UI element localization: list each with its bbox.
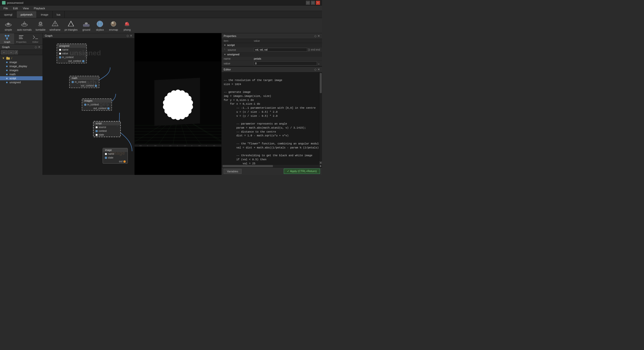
graph-panel-close-btn[interactable]: ✕ xyxy=(38,45,41,49)
editor-close-btn[interactable]: ✕ xyxy=(317,68,320,71)
graph-canvas-close-btn[interactable]: ✕ xyxy=(130,34,132,37)
tree-item-image[interactable]: ■ image xyxy=(0,60,43,64)
tab-lua[interactable]: lua xyxy=(53,11,65,18)
sidebar-tab-editor[interactable]: Editor xyxy=(28,33,43,44)
editor-h-scroll-right[interactable]: ▶ xyxy=(320,165,321,167)
tree-item-image-display[interactable]: ■ image_display xyxy=(0,64,43,68)
properties-close-btn[interactable]: ✕ xyxy=(317,34,320,38)
tool-turntable[interactable]: turntable xyxy=(34,19,47,32)
port-state-script[interactable] xyxy=(96,134,98,136)
properties-float-btn[interactable]: ◇ xyxy=(314,34,316,38)
node-math-outcontext-row: out_context xyxy=(70,84,99,88)
sidebar-tab-graph[interactable]: Graph xyxy=(0,33,14,44)
prop-source-indent: └ xyxy=(224,48,228,51)
nav-back-button[interactable]: ← xyxy=(1,50,7,54)
variables-button[interactable]: Variables xyxy=(224,169,242,174)
port-value[interactable] xyxy=(59,53,61,55)
tool-wireframe[interactable]: wireframe xyxy=(48,19,62,32)
graph-panel-float-btn[interactable]: ◇ xyxy=(35,45,37,49)
close-button[interactable]: ✕ xyxy=(316,1,320,5)
svg-point-21 xyxy=(111,21,116,26)
pn-triangles-icon xyxy=(67,20,75,28)
tool-pn-triangles-label: pn triangles xyxy=(65,28,78,31)
menu-playback[interactable]: Playback xyxy=(31,6,48,10)
node-unsigned[interactable]: unsigned name value in_context xyxy=(57,44,87,63)
graph-canvas[interactable]: Graph ◇ ✕ xyxy=(43,33,135,175)
port-state-image[interactable] xyxy=(105,157,107,159)
editor-h-scrollbar-thumb[interactable] xyxy=(223,165,273,167)
node-math[interactable]: math in_context out_context math xyxy=(69,76,99,88)
port-out-context-unsigned[interactable] xyxy=(82,60,84,62)
tree-item-math[interactable]: ■ math xyxy=(0,72,43,76)
viewport-ruler: -0.5 0 0.5 1 1.5 2 2.5 3 3.5 4 4.5 xyxy=(135,144,221,147)
port-out-image[interactable] xyxy=(124,161,126,163)
sidebar-tab-graph-label: Graph xyxy=(4,41,10,43)
phong-icon xyxy=(123,20,131,28)
node-image[interactable]: image name state out image xyxy=(103,148,128,164)
editor-scrollbar-thumb[interactable] xyxy=(320,73,322,93)
nav-forward-button[interactable]: → xyxy=(8,50,14,54)
sidebar-tab-properties[interactable]: Properties xyxy=(14,33,28,44)
tree-root[interactable]: ▼ / xyxy=(0,56,43,60)
svg-text:-0.5: -0.5 xyxy=(139,145,141,146)
node-images[interactable]: images in_context out_context images xyxy=(82,98,112,111)
tool-phong[interactable]: phong xyxy=(121,19,133,32)
tree-file-icon-images: ■ xyxy=(6,69,8,72)
port-in-context-math[interactable] xyxy=(72,81,74,83)
tab-polymesh[interactable]: polymesh xyxy=(17,11,37,18)
graph-canvas-float-btn[interactable]: ◇ xyxy=(127,34,129,37)
properties-header: Properties ◇ ✕ xyxy=(222,33,322,39)
node-images-incontext-row: in_context xyxy=(82,103,111,106)
tree-file-icon-image: ■ xyxy=(6,61,8,64)
prop-value-input[interactable] xyxy=(254,61,317,65)
port-out-context-math[interactable] xyxy=(95,85,97,87)
prop-source-row: └ source }) end end xyxy=(222,47,322,52)
svg-text:4.5: 4.5 xyxy=(213,145,215,146)
tool-pn-triangles[interactable]: pn triangles xyxy=(63,19,79,32)
svg-marker-12 xyxy=(68,21,74,26)
prop-value-spinner[interactable]: ⌄ xyxy=(317,62,320,65)
menu-view[interactable]: View xyxy=(20,6,31,10)
port-in-context[interactable] xyxy=(59,56,61,58)
graph-canvas-area[interactable]: unsigned name value in_context xyxy=(43,38,134,175)
prop-unsigned-expand[interactable]: ▼ xyxy=(224,53,226,56)
viewport[interactable]: -0.5 0 0.5 1 1.5 2 2.5 3 3.5 4 4.5 xyxy=(135,33,221,175)
tool-ground[interactable]: ground xyxy=(80,19,93,32)
tree-item-script[interactable]: ■ script xyxy=(0,76,43,80)
tab-image[interactable]: image xyxy=(37,11,53,18)
editor-h-scrollbar[interactable]: ▶ xyxy=(222,164,322,167)
tab-opengl[interactable]: opengl xyxy=(0,11,17,18)
port-name[interactable] xyxy=(59,49,61,51)
apply-button[interactable]: ✓ Apply (CTRL+Return) xyxy=(284,169,320,174)
port-source[interactable] xyxy=(96,126,98,128)
maximize-button[interactable]: □ xyxy=(311,1,315,5)
col-value: value xyxy=(254,40,320,42)
port-name-image[interactable] xyxy=(105,153,107,155)
port-context-script[interactable] xyxy=(96,130,98,132)
menu-edit[interactable]: Edit xyxy=(11,6,20,10)
node-math-incontext-row: in_context xyxy=(70,80,99,84)
tree-item-images[interactable]: ■ images xyxy=(0,68,43,72)
editor-content[interactable]: -- the resolution of the target image si… xyxy=(222,72,319,164)
editor-header: Editor ◇ ✕ xyxy=(222,67,322,72)
node-script[interactable]: script source context state xyxy=(93,121,121,137)
editor-footer: Variables ✓ Apply (CTRL+Return) xyxy=(222,167,322,175)
prop-script-expand[interactable]: ▼ xyxy=(224,44,226,47)
tree-item-unsigned[interactable]: ■ unsigned xyxy=(0,80,43,84)
tool-envmap[interactable]: envmap xyxy=(107,19,120,32)
menu-file[interactable]: File xyxy=(1,6,11,10)
minimize-button[interactable]: — xyxy=(306,1,310,5)
prop-source-value[interactable] xyxy=(254,48,307,52)
svg-rect-31 xyxy=(19,35,23,36)
left-sidebar: Graph Properties Editor xyxy=(0,33,43,175)
port-out-context-images[interactable] xyxy=(107,107,109,109)
editor-float-btn[interactable]: ◇ xyxy=(314,68,316,71)
port-in-context-images[interactable] xyxy=(84,104,86,106)
editor-scrollbar[interactable]: ▼ xyxy=(319,72,322,164)
svg-text:2: 2 xyxy=(177,145,178,146)
editor-scrollbar-down-arrow[interactable]: ▼ xyxy=(319,161,322,164)
viewport-scene: -0.5 0 0.5 1 1.5 2 2.5 3 3.5 4 4.5 xyxy=(135,33,221,175)
tool-skybox[interactable]: skybox xyxy=(94,19,106,32)
tool-auto-normals[interactable]: auto normals xyxy=(16,19,33,32)
tool-simple[interactable]: simple xyxy=(2,19,15,32)
